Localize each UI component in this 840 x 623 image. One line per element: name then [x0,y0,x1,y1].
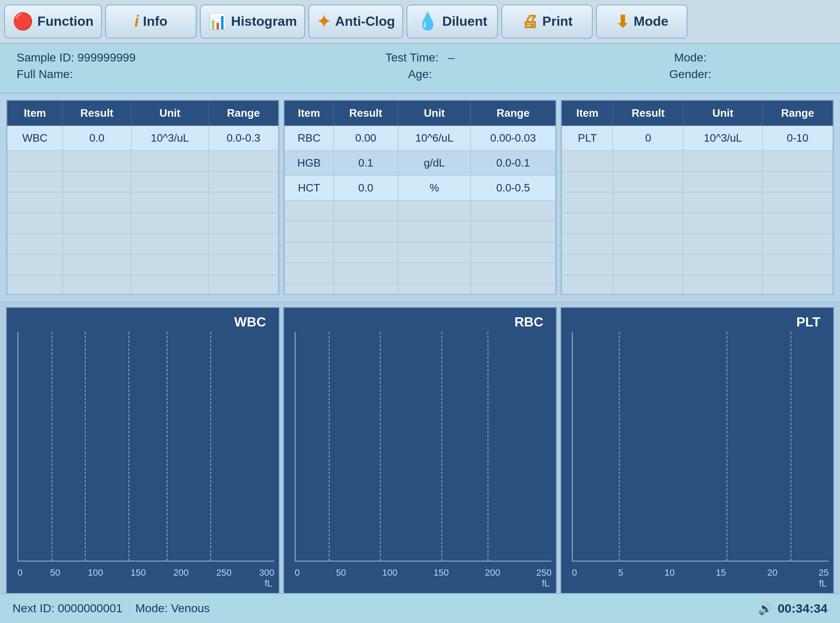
next-id-value: 0000000001 [58,602,123,615]
info-center: Test Time: – Age: [287,51,553,85]
col-item-1: Item [7,101,63,126]
table-row [7,213,278,234]
rbc-dashed-1 [329,332,330,561]
print-label: Print [542,14,573,29]
plt-dashed-1 [619,332,620,561]
col-range-2: Range [470,101,555,126]
col-unit-2: Unit [398,101,471,126]
wbc-table: Item Result Unit Range WBC0.010^3/uL0.0-… [7,101,278,295]
info-label: Info [143,14,168,29]
wbc-dashed-4 [167,332,168,561]
status-mode-label: Mode: [135,602,168,615]
table-row [285,221,556,242]
table-row [562,275,833,295]
table-row: HCT0.0%0.0-0.5 [285,176,556,201]
table-row [562,255,833,275]
wbc-chart-area [17,332,274,562]
anti-clog-button[interactable]: ✦ Anti-Clog [308,5,403,39]
rbc-dashed-3 [441,332,442,561]
col-range-3: Range [762,101,833,126]
table-row [7,275,278,295]
col-item-2: Item [285,101,334,126]
rbc-chart-area [295,332,552,562]
info-button[interactable]: i Info [105,5,197,39]
status-time-container: 🔊 00:34:34 [758,601,828,616]
rbc-dashed-2 [380,332,381,561]
plt-chart: PLT 0 5 10 15 20 25 fL [561,307,834,594]
toolbar: 🔴 Function i Info 📊 Histogram ✦ Anti-Clo… [0,0,840,44]
rbc-table: Item Result Unit Range RBC0.0010^6/uL0.0… [284,101,556,295]
print-button[interactable]: 🖨 Print [501,5,593,39]
sample-id-label: Sample ID: [17,51,74,64]
table-row [562,213,833,234]
function-label: Function [37,14,94,29]
table-row: HGB0.1g/dL0.0-0.1 [285,151,556,176]
plt-dashed-2 [727,332,727,561]
col-result-1: Result [62,101,131,126]
status-text: Next ID: 0000000001 Mode: Venous [12,602,210,615]
plt-chart-title: PLT [566,312,829,330]
rbc-x-labels: 0 50 100 150 200 250 [288,566,552,578]
plt-x-labels: 0 5 10 15 20 25 [566,566,829,578]
sample-id-row: Sample ID: 999999999 [17,51,283,64]
info-left: Sample ID: 999999999 Full Name: [17,51,283,85]
col-unit-1: Unit [131,101,209,126]
clock-display: 00:34:34 [778,601,828,616]
rbc-chart: RBC 0 50 100 150 200 250 fL [283,307,557,594]
table-row [562,172,833,192]
col-item-3: Item [562,101,613,126]
speaker-icon: 🔊 [758,602,773,616]
wbc-dashed-3 [128,332,129,561]
histogram-button[interactable]: 📊 Histogram [200,5,305,39]
histogram-label: Histogram [231,14,297,29]
sample-id-value: 999999999 [77,51,135,64]
anti-clog-icon: ✦ [317,12,331,31]
age-label: Age: [408,68,432,81]
table-wbc: Item Result Unit Range WBC0.010^3/uL0.0-… [6,100,279,295]
plt-chart-area [572,332,829,562]
table-row [285,263,556,284]
diluent-button[interactable]: 💧 Diluent [406,5,498,39]
table-row [562,192,833,213]
mode-label: Mode [634,14,669,29]
mode-button[interactable]: ⬇ Mode [596,5,687,39]
col-result-3: Result [613,101,683,126]
table-row [562,234,833,255]
table-row [562,151,833,172]
age-row: Age: [287,68,553,81]
table-row [7,151,278,172]
next-id-label: Next ID: [12,602,54,615]
info-right: Mode: Gender: [557,51,823,85]
full-name-row: Full Name: [17,68,283,81]
table-row [7,255,278,275]
col-range-1: Range [209,101,278,126]
table-row [7,192,278,213]
charts-section: WBC 0 50 100 150 200 250 300 fL RBC 0 [0,301,840,600]
anti-clog-label: Anti-Clog [335,14,395,29]
wbc-chart: WBC 0 50 100 150 200 250 300 fL [6,307,279,594]
info-icon: i [134,12,139,30]
table-plt: Item Result Unit Range PLT010^3/uL0-10 [561,100,834,295]
wbc-dashed-1 [52,332,52,561]
wbc-x-labels: 0 50 100 150 200 250 300 [11,566,274,578]
tables-section: Item Result Unit Range WBC0.010^3/uL0.0-… [0,93,840,301]
test-time-label: Test Time: [385,51,438,64]
info-section: Sample ID: 999999999 Full Name: Test Tim… [0,44,840,93]
full-name-label: Full Name: [17,68,73,81]
table-rbc: Item Result Unit Range RBC0.0010^6/uL0.0… [283,100,557,295]
status-mode-value: Venous [171,602,209,615]
rbc-chart-title: RBC [288,312,552,330]
table-row [285,201,556,221]
diluent-icon: 💧 [417,12,438,31]
diluent-label: Diluent [442,14,487,29]
table-row [285,284,556,295]
histogram-icon: 📊 [208,13,227,30]
function-button[interactable]: 🔴 Function [4,5,102,39]
gender-label: Gender: [669,68,711,81]
wbc-dashed-5 [210,332,211,561]
status-bar: Next ID: 0000000001 Mode: Venous 🔊 00:34… [0,593,840,623]
print-icon: 🖨 [522,12,538,31]
plt-unit: fL [566,578,829,589]
rbc-dashed-4 [488,332,488,561]
wbc-dashed-2 [85,332,86,561]
